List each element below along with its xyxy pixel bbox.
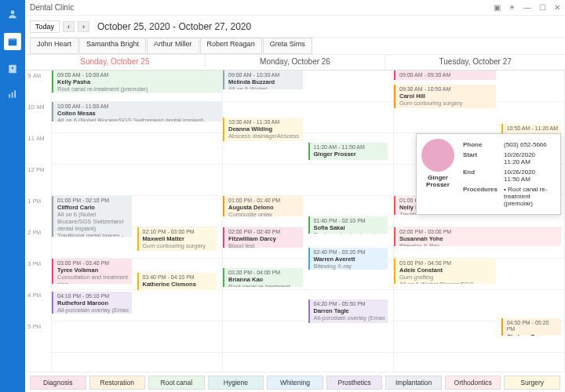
day-column-mon[interactable]: 09:00 AM - 10:30 AMMelinda BuzzardAll on… — [223, 71, 394, 372]
legend-item[interactable]: Implantation — [385, 376, 442, 390]
appointment[interactable]: 09:00 AM - 10:30 AMMelinda BuzzardAll on… — [223, 71, 303, 89]
svg-rect-6 — [12, 93, 13, 98]
staff-tab[interactable]: Robert Reagan — [200, 38, 262, 54]
legend-item[interactable]: Whitening — [267, 376, 323, 390]
app-title: Dental Clinic — [30, 3, 74, 12]
legend-bar: DiagnosisRestorationRoot canalHygieneWhi… — [25, 372, 565, 392]
appointment[interactable]: 01:00 PM - 01:40 PMAugusta DelonoComposi… — [223, 196, 303, 216]
appointment[interactable]: 04:10 PM - 05:10 PMRutheford MaroonAll-p… — [52, 292, 132, 314]
day-header: Tuesday, October 27 — [385, 55, 565, 70]
appointment[interactable]: 04:20 PM - 05:50 PMDarren TagleAll-porce… — [308, 299, 388, 323]
stats-icon[interactable] — [6, 88, 19, 100]
tooltip-name: Ginger Prosser — [421, 174, 454, 188]
staff-tab[interactable]: Greta Sims — [263, 38, 312, 54]
day-header-row: Sunday, October 25 Monday, October 26 Tu… — [25, 55, 565, 71]
svg-point-4 — [12, 67, 13, 69]
calendar-icon[interactable] — [4, 33, 21, 50]
date-toolbar: Today ‹ › October 25, 2020 - October 27,… — [25, 16, 565, 38]
toggle-icon[interactable]: ▣ — [494, 3, 501, 12]
appointment[interactable]: 02:00 PM - 02:40 PMFitzwilliam DarcyBloo… — [223, 227, 303, 248]
legend-item[interactable]: Prosthetics — [326, 376, 383, 390]
day-header: Sunday, October 25 — [25, 55, 206, 70]
title-bar: Dental Clinic ▣ ☀ — ☐ ✕ — [25, 0, 565, 16]
legend-item[interactable]: Hygiene — [208, 376, 264, 390]
next-button[interactable]: › — [78, 21, 89, 32]
appointment[interactable]: 09:30 AM - 10:50 AMCarol HillGum contour… — [394, 85, 496, 108]
appointment[interactable]: 01:40 PM - 02:10 PMSofia SakaiRoot canal… — [308, 216, 388, 234]
day-header: Monday, October 26 — [206, 55, 386, 70]
legend-item[interactable]: Restoration — [89, 376, 146, 390]
svg-rect-5 — [9, 94, 10, 98]
svg-rect-2 — [9, 38, 17, 40]
legend-item[interactable]: Diagnosis — [30, 376, 86, 390]
appointment[interactable]: 02:00 PM - 03:00 PMSusannah YoheBitewing… — [394, 227, 561, 246]
legend-item[interactable]: Orthodontics — [445, 376, 501, 390]
appointment[interactable]: 01:00 PM - 02:10 PMClifford CarloAll on … — [52, 196, 132, 237]
contact-icon[interactable] — [6, 63, 19, 75]
appointment[interactable]: 11:20 AM - 11:50 AMGinger Prosser — [308, 143, 388, 160]
minimize-icon[interactable]: — — [523, 3, 531, 12]
svg-point-0 — [11, 10, 15, 14]
appointment[interactable]: 04:50 PM - 05:20 PMChelsey ToyComposite … — [501, 318, 561, 336]
appointment[interactable]: 02:10 PM - 03:00 PMMaxwell MatterGum con… — [137, 227, 217, 251]
staff-tab[interactable]: Arthur Miller — [147, 38, 199, 54]
appointment[interactable]: 03:00 PM - 03:40 PMTyree VolkmanConsulta… — [52, 259, 132, 284]
appointment-tooltip: Ginger Prosser Phone(503) 652-5666 Start… — [416, 133, 561, 215]
prev-button[interactable]: ‹ — [63, 21, 75, 32]
nav-sidebar — [0, 0, 25, 392]
day-column-tue[interactable]: Ginger Prosser Phone(503) 652-5666 Start… — [394, 71, 565, 372]
user-icon[interactable] — [6, 8, 19, 20]
theme-icon[interactable]: ☀ — [508, 3, 516, 12]
staff-tab[interactable]: John Heart — [30, 38, 78, 54]
maximize-icon[interactable]: ☐ — [539, 3, 546, 12]
avatar — [421, 139, 454, 172]
staff-tabs: John HeartSamantha BrightArthur MillerRo… — [25, 38, 565, 55]
close-icon[interactable]: ✕ — [554, 3, 560, 12]
appointment[interactable]: 10:30 AM - 11:30 AMDeanna WildingAbscess… — [223, 118, 303, 141]
legend-item[interactable]: Surgery — [504, 376, 560, 390]
today-button[interactable]: Today — [30, 20, 60, 33]
legend-item[interactable]: Root canal — [148, 376, 205, 390]
appointment[interactable]: 03:20 PM - 04:00 PMBrianna KaoRoot canal… — [223, 268, 303, 287]
appointment[interactable]: 02:40 PM - 03:20 PMWarren AverettBitewin… — [308, 248, 388, 270]
date-range: October 25, 2020 - October 27, 2020 — [97, 21, 251, 32]
svg-rect-7 — [14, 90, 16, 97]
day-column-sun[interactable]: 09:00 AM - 10:00 AMKelly PashaRoot canal… — [52, 71, 223, 372]
appointment[interactable]: 03:40 PM - 04:10 PMKatherine Clemons — [137, 273, 217, 290]
staff-tab[interactable]: Samantha Bright — [79, 38, 146, 54]
time-column: 9 AM10 AM11 AM12 PM1 PM2 PM3 PM4 PM5 PM — [25, 71, 52, 372]
appointment[interactable]: 09:00 AM - 10:00 AMKelly PashaRoot canal… — [52, 71, 222, 93]
appointment[interactable]: 10:00 AM - 11:00 AMColton MesasAll on 6 … — [52, 102, 222, 122]
appointment[interactable]: 03:00 PM - 04:50 PMAdele ConstantGum gra… — [394, 259, 496, 284]
appointment[interactable]: 09:00 AM - 09:30 AM — [394, 71, 496, 80]
